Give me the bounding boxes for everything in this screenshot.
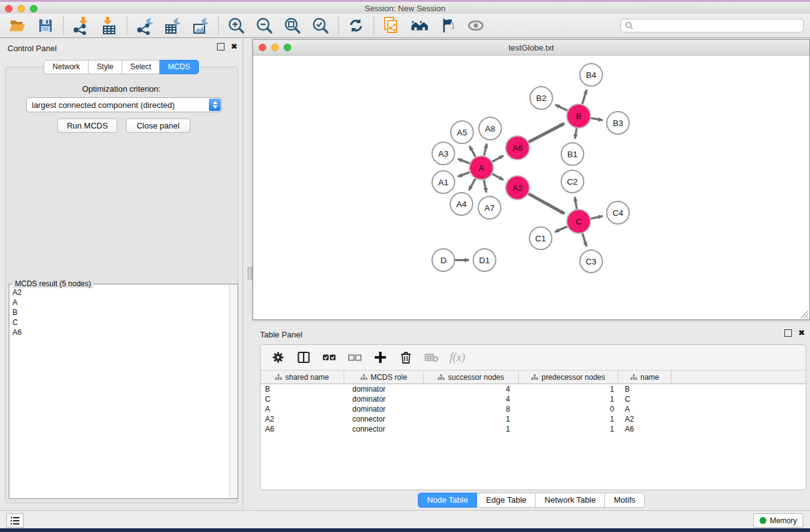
unchecked-boxes-icon[interactable] [347,350,362,365]
graph-node-D[interactable]: D [432,249,455,271]
table-row[interactable]: A2connector11A2 [261,414,806,424]
houses-icon[interactable] [410,16,429,35]
zoom-out-icon[interactable] [255,16,274,35]
save-icon[interactable] [36,16,55,35]
edge-A-A3[interactable] [458,159,470,163]
import-network-icon[interactable] [72,16,90,35]
zoom-selected-icon[interactable] [311,16,330,35]
graph-node-B2[interactable]: B2 [530,87,552,109]
run-mcds-button[interactable]: Run MCDS [57,118,117,133]
table-row[interactable]: A6connector11A6 [261,424,806,434]
edge-B-B3[interactable] [591,118,603,120]
network-window-titlebar[interactable]: testGlobe.txt [253,40,809,56]
column-header-successor-nodes[interactable]: successor nodes [424,370,519,384]
edge-C-C4[interactable] [591,216,603,218]
graph-node-C1[interactable]: C1 [529,227,552,249]
table-row[interactable]: Adominator80A [261,404,806,414]
checked-boxes-icon[interactable] [322,350,337,365]
graph-node-B4[interactable]: B4 [580,64,602,86]
split-divider-handle[interactable] [248,267,253,279]
tab-network-table[interactable]: Network Table [536,493,605,508]
graph-node-C[interactable]: C [567,210,591,233]
folder-open-icon[interactable] [8,16,27,35]
eye-icon[interactable] [466,16,485,35]
table-row[interactable]: Bdominator41B [261,384,806,394]
edge-A-A1[interactable] [458,172,470,177]
graph-node-B3[interactable]: B3 [607,112,629,134]
graph-node-D1[interactable]: D1 [473,249,496,271]
graph-node-A2[interactable]: A2 [506,176,529,200]
edge-A-A4[interactable] [469,179,475,191]
table-row[interactable]: Cdominator41C [261,394,806,404]
graph-node-A[interactable]: A [470,156,493,180]
column-header-name[interactable]: name [619,370,672,384]
memory-button[interactable]: Memory [753,513,803,528]
graph-node-B1[interactable]: B1 [561,143,584,165]
tab-network[interactable]: Network [44,60,89,74]
graph-node-A8[interactable]: A8 [479,117,501,140]
column-header-predecessor-nodes[interactable]: predecessor nodes [519,370,619,384]
gear-icon[interactable] [271,350,286,365]
delete-column-icon[interactable] [424,350,439,365]
edge-A2-C[interactable] [529,194,565,214]
graph-node-C3[interactable]: C3 [580,250,602,273]
trash-icon[interactable] [398,350,413,365]
refresh-icon[interactable] [347,16,365,35]
column-header-MCDS-role[interactable]: MCDS role [344,370,424,384]
function-icon[interactable]: f(x) [450,351,465,364]
graph-node-A1[interactable]: A1 [432,171,455,193]
tab-motifs[interactable]: Motifs [605,493,645,508]
tab-node-table[interactable]: Node Table [418,493,478,508]
close-panel-icon[interactable]: ✖ [231,43,238,51]
zoom-fit-icon[interactable] [283,16,302,35]
network-graph-canvas[interactable]: B4B2BB3A8A5A6A3B1AA1C2A2A4A7C4CC1C3DD1 [254,55,809,319]
edge-B-B1[interactable] [575,128,577,139]
edge-A-A6[interactable] [493,156,504,162]
columns-icon[interactable] [296,350,311,365]
task-history-button[interactable] [6,513,24,528]
float-panel-icon[interactable] [217,43,224,51]
graph-node-A4[interactable]: A4 [450,193,473,215]
edge-C-C1[interactable] [555,226,567,232]
column-header-shared-name[interactable]: shared name [261,370,344,384]
result-item[interactable]: A [10,297,229,307]
plus-icon[interactable] [373,350,388,365]
graph-node-A6[interactable]: A6 [506,136,529,160]
criterion-dropdown[interactable]: largest connected component (directed) [26,97,222,112]
tab-select[interactable]: Select [122,60,160,74]
graph-node-C2[interactable]: C2 [561,170,584,193]
edge-A-A7[interactable] [484,180,486,193]
edge-C-C2[interactable] [575,197,577,210]
tab-style[interactable]: Style [89,60,122,74]
graph-node-C4[interactable]: C4 [607,201,629,224]
graph-node-A7[interactable]: A7 [478,196,501,219]
close-panel-button[interactable]: Close panel [126,118,190,133]
search-field[interactable] [620,19,804,32]
edge-A-A5[interactable] [470,146,476,157]
result-item[interactable]: A6 [10,327,229,337]
edge-A-A2[interactable] [493,174,504,180]
flag-icon[interactable] [438,16,457,35]
search-input[interactable] [634,21,803,31]
edge-B-B4[interactable] [582,90,587,104]
result-item[interactable]: A2 [10,288,229,297]
edge-A-A8[interactable] [484,143,486,155]
copy-network-icon[interactable] [382,16,401,35]
graph-node-B[interactable]: B [567,104,591,128]
edge-A6-B[interactable] [529,123,564,142]
result-item[interactable]: B [10,307,229,317]
graph-node-A5[interactable]: A5 [451,121,473,143]
tab-edge-table[interactable]: Edge Table [477,493,536,508]
export-image-icon[interactable] [191,16,210,35]
tab-mcds[interactable]: MCDS [160,60,198,74]
result-item[interactable]: C [10,317,229,327]
zoom-in-icon[interactable] [227,16,246,35]
edge-C-C3[interactable] [582,233,587,246]
window-titlebar[interactable]: Session: New Session [0,2,810,14]
edge-B-B2[interactable] [556,105,567,110]
list-scrollbar[interactable] [229,284,238,498]
export-network-icon[interactable] [135,16,154,35]
import-table-icon[interactable] [100,16,118,35]
graph-node-A3[interactable]: A3 [432,142,455,165]
close-panel-icon[interactable]: ✖ [798,329,805,337]
